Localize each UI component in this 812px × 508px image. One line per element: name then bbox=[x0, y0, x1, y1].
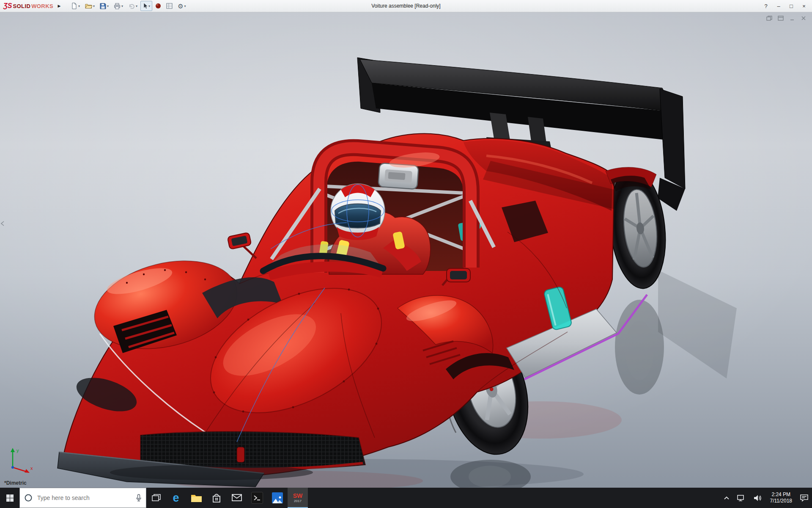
taskbar-search-input[interactable] bbox=[36, 494, 132, 502]
dassault-mark: ƷS bbox=[3, 2, 12, 10]
edge-icon: e bbox=[173, 492, 179, 504]
help-button[interactable]: ? bbox=[760, 1, 772, 11]
console-icon bbox=[251, 492, 263, 504]
mail-envelope-icon bbox=[232, 494, 242, 502]
tray-overflow-button[interactable] bbox=[720, 488, 733, 508]
new-document-icon bbox=[71, 3, 77, 9]
cortana-ring-icon bbox=[24, 494, 33, 502]
chevron-up-icon bbox=[724, 496, 730, 500]
brand-works: WORKS bbox=[31, 3, 53, 9]
mass-properties-button[interactable] bbox=[164, 1, 175, 11]
undo-arrow-icon bbox=[128, 3, 135, 9]
options-button[interactable]: ⚙ ▾ bbox=[176, 1, 188, 11]
appearance-sphere-icon bbox=[155, 3, 161, 9]
windows-taskbar: e bbox=[0, 488, 812, 508]
taskbar-app-store[interactable] bbox=[206, 488, 227, 508]
clock-time: 2:24 PM bbox=[770, 491, 793, 498]
microphone-icon[interactable] bbox=[136, 494, 142, 502]
window-controls: ? – □ × bbox=[760, 1, 812, 11]
featuremanager-collapse-arrow[interactable] bbox=[0, 218, 5, 229]
open-button[interactable]: ▾ bbox=[83, 1, 97, 11]
minimize-button[interactable]: – bbox=[772, 1, 785, 11]
undo-button[interactable]: ▾ bbox=[126, 1, 140, 11]
view-orientation-label: *Dimetric bbox=[4, 480, 27, 486]
taskbar-app-mail[interactable] bbox=[227, 488, 247, 508]
x-axis bbox=[13, 467, 26, 472]
clock-date: 7/11/2018 bbox=[770, 498, 793, 504]
select-cursor-icon bbox=[143, 3, 148, 9]
taskbar-app-file-explorer[interactable] bbox=[186, 488, 206, 508]
solidworks-icon: SW bbox=[293, 493, 303, 499]
appearance-button[interactable] bbox=[153, 1, 163, 11]
open-folder-icon bbox=[85, 3, 92, 9]
doc-cascade-icon[interactable] bbox=[765, 15, 774, 22]
save-button[interactable]: ▾ bbox=[98, 1, 111, 11]
y-axis-label: y bbox=[16, 448, 19, 453]
notification-icon bbox=[800, 494, 808, 502]
action-center-button[interactable] bbox=[796, 488, 812, 508]
save-floppy-icon bbox=[100, 3, 106, 9]
driver-helmet[interactable] bbox=[331, 184, 385, 240]
doc-window-controls bbox=[765, 15, 808, 22]
gear-icon: ⚙ bbox=[178, 3, 183, 9]
new-document-button[interactable]: ▾ bbox=[69, 1, 82, 11]
app-titlebar: ƷS SOLIDWORKS ▶ ▾ ▾ ▾ ▾ ▾ ▾ bbox=[0, 0, 812, 12]
taskbar-app-edge[interactable]: e bbox=[166, 488, 186, 508]
task-view-icon bbox=[152, 494, 161, 502]
doc-close-icon[interactable] bbox=[799, 15, 808, 22]
menu-expand-arrow-icon[interactable]: ▶ bbox=[56, 2, 63, 10]
doc-minimize-icon[interactable] bbox=[788, 15, 796, 22]
taskbar-search[interactable] bbox=[19, 488, 146, 508]
dropdown-caret-icon[interactable]: ▾ bbox=[184, 4, 186, 8]
viewport-canvas[interactable] bbox=[0, 12, 812, 488]
solidworks-icon-year: 2017 bbox=[294, 499, 302, 503]
start-button[interactable] bbox=[0, 488, 19, 508]
system-tray: 2:24 PM 7/11/2018 bbox=[720, 488, 812, 508]
chevron-left-icon bbox=[1, 221, 4, 226]
task-view-button[interactable] bbox=[146, 488, 166, 508]
print-icon bbox=[114, 3, 121, 9]
dropdown-caret-icon[interactable]: ▾ bbox=[148, 4, 150, 8]
maximize-button[interactable]: □ bbox=[785, 1, 798, 11]
file-explorer-icon bbox=[191, 494, 202, 502]
store-bag-icon bbox=[212, 493, 221, 503]
print-button[interactable]: ▾ bbox=[112, 1, 125, 11]
network-icon bbox=[737, 494, 746, 502]
dropdown-caret-icon[interactable]: ▾ bbox=[78, 4, 80, 8]
quick-access-toolbar: ▾ ▾ ▾ ▾ ▾ ▾ ⚙ ▾ bbox=[69, 1, 189, 11]
taskbar-app-photos[interactable] bbox=[267, 488, 288, 508]
close-button[interactable]: × bbox=[798, 1, 810, 11]
taskbar-app-solidworks[interactable]: SW 2017 bbox=[288, 488, 308, 508]
x-axis-label: x bbox=[30, 466, 33, 471]
taskbar-app-console[interactable] bbox=[247, 488, 267, 508]
dropdown-caret-icon[interactable]: ▾ bbox=[136, 4, 137, 8]
network-status-button[interactable] bbox=[733, 488, 749, 508]
select-tool-button[interactable]: ▾ bbox=[140, 1, 152, 11]
speaker-icon bbox=[753, 494, 762, 502]
orientation-triad: y x bbox=[5, 445, 36, 477]
brand-solid: SOLID bbox=[13, 3, 30, 9]
dropdown-caret-icon[interactable]: ▾ bbox=[107, 4, 109, 8]
windows-logo-icon bbox=[6, 494, 14, 502]
dropdown-caret-icon[interactable]: ▾ bbox=[121, 4, 123, 8]
tow-hook-slot bbox=[237, 447, 244, 462]
photos-icon bbox=[272, 492, 283, 503]
taskbar-clock[interactable]: 2:24 PM 7/11/2018 bbox=[766, 491, 797, 504]
dropdown-caret-icon[interactable]: ▾ bbox=[93, 4, 95, 8]
table-icon bbox=[166, 3, 173, 9]
z-axis-dot bbox=[11, 466, 14, 469]
doc-tile-icon[interactable] bbox=[776, 15, 785, 22]
graphics-area[interactable]: y x *Dimetric bbox=[0, 12, 812, 488]
solidworks-logo: ƷS SOLIDWORKS bbox=[0, 2, 56, 10]
volume-button[interactable] bbox=[749, 488, 766, 508]
